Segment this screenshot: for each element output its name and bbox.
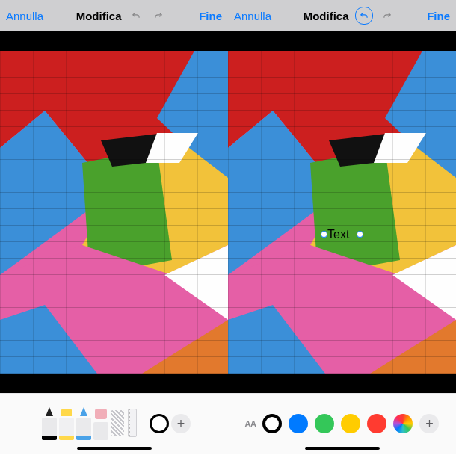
text-annotation[interactable]: Text bbox=[326, 228, 351, 241]
undo-icon[interactable] bbox=[128, 7, 144, 24]
color-swatch-red[interactable] bbox=[367, 414, 386, 433]
color-swatch-green[interactable] bbox=[315, 414, 334, 433]
right-topbar: Annulla Modifica Fine bbox=[228, 0, 456, 31]
redo-icon[interactable] bbox=[379, 7, 395, 24]
right-pane: Annulla Modifica Fine bbox=[228, 0, 456, 454]
mural-image bbox=[0, 51, 228, 374]
right-toolbar: AA + bbox=[228, 393, 456, 454]
undo-icon[interactable] bbox=[355, 7, 373, 25]
pencil-tool[interactable] bbox=[76, 407, 91, 440]
right-canvas[interactable]: Text bbox=[228, 51, 456, 374]
home-indicator bbox=[305, 447, 380, 450]
black-banner-bottom bbox=[0, 374, 228, 393]
color-picker-button[interactable] bbox=[393, 414, 413, 433]
highlighter-tool[interactable] bbox=[59, 407, 74, 440]
toolbar-divider bbox=[144, 411, 144, 436]
plus-icon: + bbox=[425, 416, 434, 432]
selection-handle-left[interactable] bbox=[321, 231, 327, 238]
add-button[interactable]: + bbox=[419, 414, 439, 433]
add-tool-button[interactable]: + bbox=[171, 414, 191, 433]
redo-icon[interactable] bbox=[150, 7, 167, 24]
cancel-button[interactable]: Annulla bbox=[234, 10, 271, 22]
eraser-tool[interactable] bbox=[93, 407, 108, 440]
black-banner-bottom bbox=[228, 374, 456, 393]
left-toolbar: + bbox=[0, 393, 228, 454]
pen-tool[interactable] bbox=[42, 407, 57, 440]
left-pane: Annulla Modifica Fine bbox=[0, 0, 228, 454]
done-button[interactable]: Fine bbox=[427, 10, 450, 22]
title-label: Modifica bbox=[304, 10, 349, 22]
font-size-button[interactable]: AA bbox=[245, 419, 256, 428]
color-swatch-yellow[interactable] bbox=[341, 414, 360, 433]
home-indicator bbox=[77, 447, 152, 450]
color-selected[interactable] bbox=[262, 414, 282, 433]
lasso-tool[interactable] bbox=[111, 407, 124, 440]
cancel-button[interactable]: Annulla bbox=[6, 10, 43, 22]
black-banner-top bbox=[0, 31, 228, 51]
selection-handle-right[interactable] bbox=[357, 231, 363, 238]
black-banner-top bbox=[228, 31, 456, 51]
color-swatch-blue[interactable] bbox=[289, 414, 308, 433]
mural-image bbox=[228, 51, 456, 374]
left-canvas[interactable] bbox=[0, 51, 228, 374]
title-label: Modifica bbox=[76, 10, 122, 22]
plus-icon: + bbox=[177, 416, 185, 432]
left-topbar: Annulla Modifica Fine bbox=[0, 0, 228, 31]
ruler-tool[interactable] bbox=[126, 407, 138, 440]
color-well[interactable] bbox=[150, 414, 169, 433]
done-button[interactable]: Fine bbox=[199, 10, 222, 22]
